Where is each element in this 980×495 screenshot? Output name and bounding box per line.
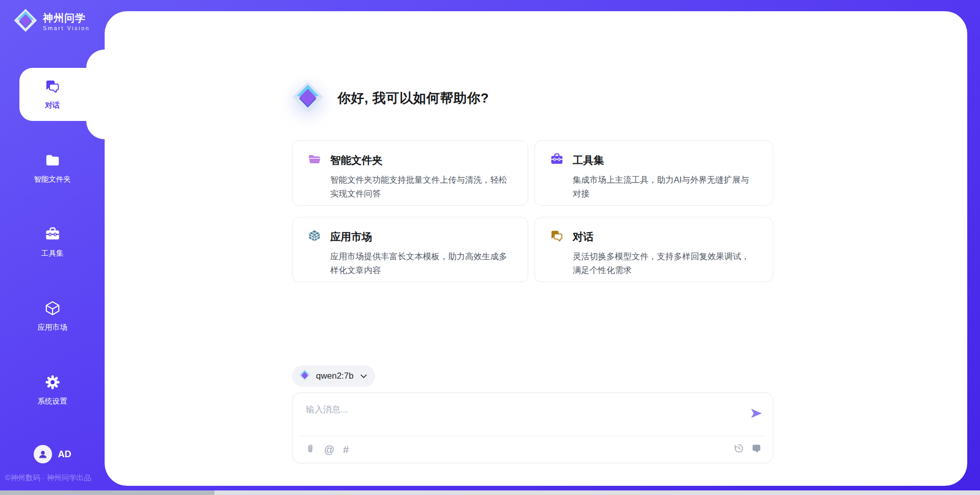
chat-bubbles-icon <box>550 229 564 244</box>
sidebar-item-label: 工具集 <box>41 249 64 258</box>
person-icon <box>38 449 48 459</box>
chevron-down-icon <box>360 374 367 379</box>
card-toolset[interactable]: 工具集 集成市场上主流工具，助力AI与外界无缝扩展与对接 <box>534 140 773 206</box>
sidebar: 神州问学 Smart Vision 对话 智能文件夹 <box>0 0 105 495</box>
folder-icon <box>45 153 60 170</box>
card-description: 智能文件夹功能支持批量文件上传与清洗，轻松实现文件问答 <box>330 173 510 201</box>
sidebar-item-toolset[interactable]: 工具集 <box>0 216 105 269</box>
sidebar-item-label: 智能文件夹 <box>34 175 71 184</box>
app-root: { "app": { "name": "神州问学", "tagline": "S… <box>0 0 980 495</box>
card-description: 灵活切换多模型文件，支持多样回复效果调试，满足个性化需求 <box>573 250 752 277</box>
attach-icon[interactable] <box>305 443 315 456</box>
model-diamond-icon <box>299 369 311 383</box>
sidebar-item-smart-folder[interactable]: 智能文件夹 <box>0 142 105 195</box>
card-title: 智能文件夹 <box>330 153 383 167</box>
message-input[interactable] <box>306 402 704 417</box>
sidebar-item-chat[interactable]: 对话 <box>0 68 105 121</box>
composer-tools-left: @ # <box>305 443 349 456</box>
greeting: 你好, 我可以如何帮助你? <box>291 81 489 115</box>
app-logo: 神州问学 Smart Vision <box>13 8 90 35</box>
avatar[interactable] <box>34 445 52 463</box>
sidebar-item-settings[interactable]: 系统设置 <box>0 364 105 417</box>
feature-cards: 智能文件夹 智能文件夹功能支持批量文件上传与清洗，轻松实现文件问答 工具集 集成… <box>292 140 773 282</box>
toolbox-icon <box>550 153 564 168</box>
history-icon[interactable] <box>733 443 744 456</box>
card-description: 集成市场上主流工具，助力AI与外界无缝扩展与对接 <box>573 173 752 201</box>
send-icon[interactable] <box>749 406 764 420</box>
brand-diamond-icon <box>13 8 38 35</box>
greeting-title: 你好, 我可以如何帮助你? <box>337 89 489 107</box>
main-panel: 你好, 我可以如何帮助你? 智能文件夹 智能文件夹功能支持批量文件上传与清洗，轻… <box>105 11 967 486</box>
card-description: 应用市场提供丰富长文本模板，助力高效生成多样化文章内容 <box>330 250 510 277</box>
gear-icon <box>45 375 60 392</box>
hash-icon[interactable]: # <box>343 444 349 455</box>
model-selector[interactable]: qwen2:7b <box>292 365 375 387</box>
app-name: 神州问学 <box>43 12 90 24</box>
card-chat[interactable]: 对话 灵活切换多模型文件，支持多样回复效果调试，满足个性化需求 <box>534 217 773 282</box>
card-title: 应用市场 <box>330 230 372 244</box>
user-initials: AD <box>58 449 71 460</box>
model-name: qwen2:7b <box>316 371 354 381</box>
feedback-icon[interactable] <box>751 443 762 456</box>
composer-divider <box>301 436 765 436</box>
cube-icon <box>45 301 60 318</box>
sidebar-item-label: 对话 <box>45 101 60 110</box>
horizontal-scrollbar[interactable] <box>0 490 980 495</box>
card-title: 对话 <box>573 230 594 244</box>
card-smart-folder[interactable]: 智能文件夹 智能文件夹功能支持批量文件上传与清洗，轻松实现文件问答 <box>292 140 528 206</box>
greeting-diamond-icon <box>291 81 324 115</box>
folder-open-icon <box>308 153 321 168</box>
mention-icon[interactable]: @ <box>324 444 334 455</box>
sidebar-item-label: 系统设置 <box>38 397 67 406</box>
message-composer: @ # <box>292 392 773 463</box>
toolbox-icon <box>45 227 60 244</box>
sidebar-item-label: 应用市场 <box>38 323 67 332</box>
copyright-text: ©神州数码 · 神州问学出品 <box>5 473 91 483</box>
composer-tools-right <box>733 443 762 456</box>
scrollbar-thumb[interactable] <box>0 490 214 495</box>
card-title: 工具集 <box>573 153 604 167</box>
app-tagline: Smart Vision <box>43 25 90 31</box>
card-app-market[interactable]: 应用市场 应用市场提供丰富长文本模板，助力高效生成多样化文章内容 <box>292 217 528 282</box>
chat-icon <box>45 79 60 96</box>
sidebar-item-app-market[interactable]: 应用市场 <box>0 290 105 343</box>
user-profile[interactable]: AD <box>0 445 105 463</box>
cube-grid-icon <box>308 229 321 244</box>
